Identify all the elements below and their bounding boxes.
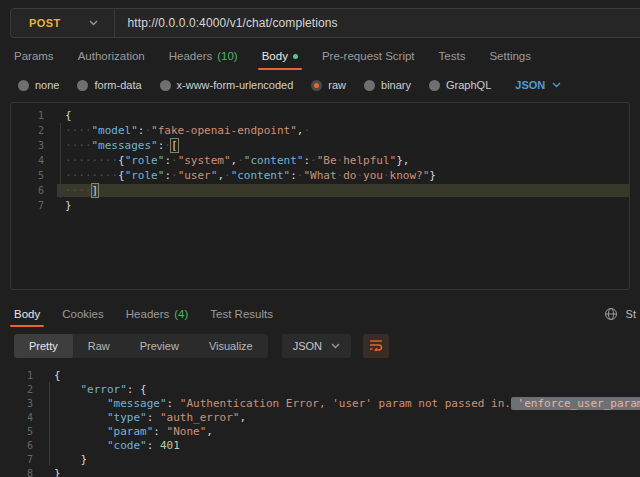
- code-line[interactable]: 1{: [11, 108, 629, 123]
- radio-icon: [77, 80, 88, 91]
- tab-headers[interactable]: Headers (10): [169, 42, 238, 70]
- request-body-editor[interactable]: 1{2····"model":·"fake-openai-endpoint",·…: [10, 102, 630, 290]
- headers-count-badge: (10): [217, 50, 237, 62]
- response-headers-count-badge: (4): [174, 308, 188, 320]
- code-line[interactable]: 7 }: [0, 452, 640, 466]
- tab-tests[interactable]: Tests: [439, 42, 466, 70]
- line-number: 7: [11, 200, 57, 211]
- radio-icon: [160, 80, 171, 91]
- postman-dark-ui: { "request_bar": { "method": "POST", "ur…: [0, 0, 640, 477]
- code-line[interactable]: 3····"messages":·[: [11, 138, 629, 153]
- request-bar: POST http://0.0.0.0:4000/v1/chat/complet…: [10, 8, 640, 38]
- wrap-text-button[interactable]: [363, 334, 389, 358]
- response-language-select[interactable]: JSON: [282, 334, 351, 358]
- line-number: 7: [0, 454, 46, 465]
- tab-settings[interactable]: Settings: [489, 42, 531, 70]
- radio-icon: [18, 80, 29, 91]
- view-visualize[interactable]: Visualize: [194, 334, 268, 358]
- line-number: 4: [0, 412, 46, 423]
- mode-raw[interactable]: raw: [311, 79, 346, 91]
- line-number: 1: [11, 110, 57, 121]
- mode-graphql[interactable]: GraphQL: [429, 79, 491, 91]
- line-number: 4: [11, 155, 57, 166]
- line-number: 8: [0, 468, 46, 477]
- radio-icon: [429, 80, 440, 91]
- radio-selected-icon: [311, 80, 322, 91]
- indent-guide: [60, 123, 61, 198]
- code-line[interactable]: 7}: [11, 198, 629, 213]
- chevron-down-icon: [331, 343, 340, 349]
- response-body-editor[interactable]: 1{2 "error": {3 "message": "Authenticati…: [0, 363, 640, 477]
- mode-binary[interactable]: binary: [364, 79, 411, 91]
- chevron-down-icon: [89, 20, 98, 26]
- response-tab-body[interactable]: Body: [14, 300, 40, 327]
- line-number: 5: [11, 170, 57, 181]
- code-line[interactable]: 5 "param": "None",: [0, 424, 640, 438]
- request-bar-wrap: POST http://0.0.0.0:4000/v1/chat/complet…: [0, 0, 640, 38]
- line-number: 3: [11, 140, 57, 151]
- line-number: 6: [0, 440, 46, 451]
- code-line[interactable]: 2····"model":·"fake-openai-endpoint",·: [11, 123, 629, 138]
- request-tabs: Params Authorization Headers (10) Body P…: [0, 42, 640, 70]
- code-line[interactable]: 2 "error": {: [0, 382, 640, 396]
- response-tabs: Body Cookies Headers (4) Test Results St: [0, 300, 640, 327]
- code-line[interactable]: 5········{"role":·"user",·"content":·"Wh…: [11, 168, 629, 183]
- code-line[interactable]: 8}: [0, 466, 640, 477]
- tab-pre-request-script[interactable]: Pre-request Script: [322, 42, 415, 70]
- active-tab-underline: [258, 68, 302, 70]
- body-modified-dot: [293, 54, 298, 59]
- url-input[interactable]: http://0.0.0.0:4000/v1/chat/completions: [115, 16, 338, 30]
- view-pretty[interactable]: Pretty: [14, 334, 73, 358]
- status-text-partial: St: [626, 308, 636, 320]
- response-tab-cookies[interactable]: Cookies: [62, 300, 104, 327]
- tab-body[interactable]: Body: [262, 42, 298, 70]
- line-number: 6: [11, 185, 57, 196]
- line-number: 3: [0, 398, 46, 409]
- tab-authorization[interactable]: Authorization: [78, 42, 145, 70]
- response-tab-test-results[interactable]: Test Results: [210, 300, 273, 327]
- code-line[interactable]: 6 "code": 401: [0, 438, 640, 452]
- response-tab-headers[interactable]: Headers (4): [126, 300, 189, 327]
- globe-icon[interactable]: [604, 307, 618, 321]
- line-number: 2: [11, 125, 57, 136]
- method-select[interactable]: POST: [11, 9, 114, 37]
- code-line[interactable]: 4 "type": "auth_error",: [0, 410, 640, 424]
- chevron-down-icon: [552, 82, 561, 88]
- response-meta-right: St: [604, 300, 636, 327]
- mode-none[interactable]: none: [18, 79, 59, 91]
- code-line[interactable]: 6····]: [11, 183, 629, 198]
- line-number: 2: [0, 384, 46, 395]
- view-raw[interactable]: Raw: [73, 334, 125, 358]
- line-number: 1: [0, 370, 46, 381]
- code-line[interactable]: 1{: [0, 368, 640, 382]
- active-tab-underline: [10, 325, 44, 327]
- code-line[interactable]: 3 "message": "Authentication Error, 'use…: [0, 396, 640, 410]
- response-toolbar: Pretty Raw Preview Visualize JSON: [0, 333, 640, 359]
- code-line[interactable]: 4········{"role":·"system",·"content":·"…: [11, 153, 629, 168]
- method-label: POST: [29, 17, 61, 29]
- body-mode-row: none form-data x-www-form-urlencoded raw…: [0, 72, 640, 98]
- request-language-select[interactable]: JSON: [515, 79, 561, 91]
- indent-guide: [49, 382, 50, 466]
- line-number: 5: [0, 426, 46, 437]
- mode-form-data[interactable]: form-data: [77, 79, 141, 91]
- view-preview[interactable]: Preview: [125, 334, 194, 358]
- view-switcher: Pretty Raw Preview Visualize: [14, 334, 268, 358]
- mode-x-www-form-urlencoded[interactable]: x-www-form-urlencoded: [160, 79, 294, 91]
- wrap-text-icon: [369, 337, 383, 355]
- radio-icon: [364, 80, 375, 91]
- tab-params[interactable]: Params: [14, 42, 54, 70]
